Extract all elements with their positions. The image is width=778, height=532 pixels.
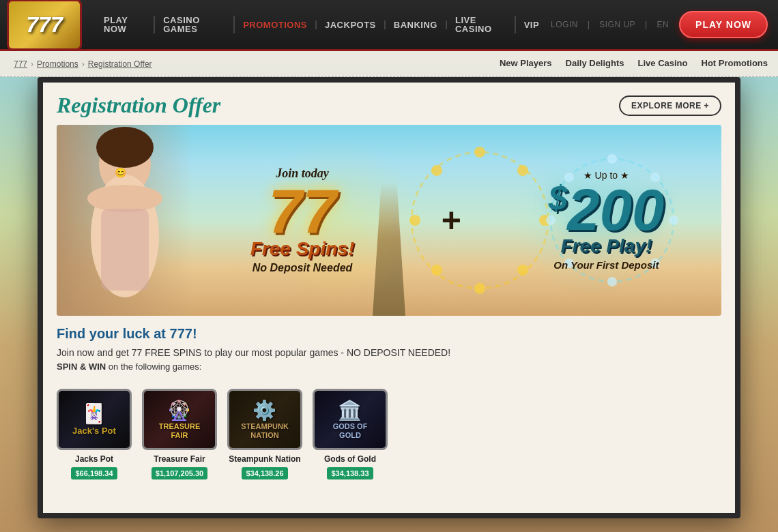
banner-number: 77 xyxy=(250,184,354,239)
promo-banner: 😊 xyxy=(57,125,721,316)
luck-desc-text: Join now and get 77 FREE SPINS to play o… xyxy=(57,347,450,358)
svg-point-7 xyxy=(474,147,485,158)
amount-text: $200 xyxy=(549,183,665,237)
main-nav: PLAY NOW CASINO GAMES PROMOTIONS JACKPOT… xyxy=(96,16,547,33)
first-deposit-text: On Your First Deposit xyxy=(549,259,665,271)
game-name-gods-gold: Gods of Gold xyxy=(313,454,388,464)
game-thumb-steampunk: ⚙️ STEAMPUNKNATION xyxy=(227,389,302,450)
tab-hot-promotions[interactable]: Hot Promotions xyxy=(702,55,768,73)
content-area: Registration Offer EXPLORE MORE + xyxy=(43,83,735,513)
svg-point-18 xyxy=(669,216,678,225)
game-thumb-inner-treasure-fair: 🎡 TREASUREFAIR xyxy=(156,396,204,443)
promo-title: Registration Offer xyxy=(57,93,220,118)
free-play-section: ★ Up to ★ $200 Free Play! On Your First … xyxy=(549,170,665,271)
svg-point-14 xyxy=(431,165,442,176)
game-card-steampunk[interactable]: ⚙️ STEAMPUNKNATION Steampunk Nation $34,… xyxy=(227,389,302,479)
woman-image: 😊 xyxy=(57,125,193,316)
free-spins-text: Free Spins! xyxy=(250,239,354,258)
game-thumb-inner-steampunk: ⚙️ STEAMPUNKNATION xyxy=(237,396,292,443)
breadcrumb-bar: 777 › Promotions › Registration Offer Ne… xyxy=(0,51,778,77)
luck-section: Find your luck at 777! Join now and get … xyxy=(43,316,735,389)
free-spins-section: Join today 77 Free Spins! No Deposit Nee… xyxy=(250,166,354,274)
promo-tabs: New Players Daily Delights Live Casino H… xyxy=(500,55,768,73)
tab-new-players[interactable]: New Players xyxy=(500,55,552,73)
game-name-steampunk: Steampunk Nation xyxy=(227,454,302,464)
luck-description: Join now and get 77 FREE SPINS to play o… xyxy=(57,347,721,358)
free-play-text: Free Play! xyxy=(549,237,665,256)
login-link[interactable]: LOGIN xyxy=(551,20,578,29)
svg-point-20 xyxy=(607,277,617,286)
nav-vip[interactable]: VIP xyxy=(516,20,547,29)
breadcrumb-sep1: › xyxy=(31,59,33,69)
stars-text: ★ Up to ★ xyxy=(549,170,665,181)
nav-promotions[interactable]: PROMOTIONS xyxy=(235,20,317,29)
breadcrumb-registration[interactable]: Registration Offer xyxy=(88,59,152,69)
breadcrumb-promotions[interactable]: Promotions xyxy=(37,59,78,69)
spin-win-strong: SPIN & WIN xyxy=(57,361,106,372)
header-right: LOGIN | SIGN UP | EN PLAY NOW xyxy=(547,11,768,38)
svg-point-11 xyxy=(474,283,485,294)
play-now-button[interactable]: PLAY NOW xyxy=(679,11,768,38)
spin-win-text: SPIN & WIN on the following games: xyxy=(57,361,721,372)
promo-section-header: Registration Offer EXPLORE MORE + xyxy=(43,83,735,125)
top-header: 777 PLAY NOW CASINO GAMES PROMOTIONS JAC… xyxy=(0,0,778,51)
svg-point-8 xyxy=(517,165,528,176)
games-grid: 🃏 Jack's Pot Jacks Pot $66,198.34 🎡 TREA… xyxy=(43,389,735,490)
no-deposit-text: No Deposit Needed xyxy=(250,262,354,274)
auth-links: LOGIN | SIGN UP | EN xyxy=(547,20,672,29)
breadcrumbs: 777 › Promotions › Registration Offer xyxy=(14,59,152,69)
amount-number: 200 xyxy=(567,177,664,242)
game-thumb-jacks-pot: 🃏 Jack's Pot xyxy=(57,389,132,450)
svg-point-12 xyxy=(431,265,442,276)
game-name-jacks-pot: Jacks Pot xyxy=(57,454,132,464)
nav-play-now[interactable]: PLAY NOW xyxy=(96,16,155,33)
banner-text: Join today 77 Free Spins! No Deposit Nee… xyxy=(193,125,721,316)
billboard-frame: Registration Offer EXPLORE MORE + xyxy=(38,77,740,518)
woman-svg: 😊 xyxy=(70,127,179,314)
nav-live-casino[interactable]: LIVE CASINO xyxy=(447,16,516,33)
tab-daily-delights[interactable]: Daily Delights xyxy=(566,55,624,73)
svg-text:😊: 😊 xyxy=(115,167,127,179)
dollar-sign: $ xyxy=(549,179,568,218)
tab-live-casino[interactable]: Live Casino xyxy=(638,55,688,73)
svg-point-1 xyxy=(96,127,154,168)
game-jackpot-gods-gold: $34,138.33 xyxy=(327,467,373,479)
nav-banking[interactable]: BANKING xyxy=(386,20,447,29)
game-card-gods-gold[interactable]: 🏛️ GODS OFGOLD Gods of Gold $34,138.33 xyxy=(313,389,388,479)
bulb-ring xyxy=(405,142,555,299)
svg-point-3 xyxy=(87,185,162,212)
game-jackpot-jacks-pot: $66,198.34 xyxy=(71,467,117,479)
game-thumb-inner-jacks-pot: 🃏 Jack's Pot xyxy=(69,399,119,439)
svg-point-10 xyxy=(517,265,528,276)
breadcrumb-777[interactable]: 777 xyxy=(14,59,27,69)
breadcrumb-sep2: › xyxy=(82,59,85,69)
auth-sep1: | xyxy=(588,20,590,29)
game-name-treasure-fair: Treasure Fair xyxy=(142,454,217,464)
logo[interactable]: 777 xyxy=(7,0,82,50)
game-jackpot-treasure-fair: $1,107,205.30 xyxy=(152,467,207,479)
lang-select[interactable]: EN xyxy=(657,20,669,29)
svg-rect-4 xyxy=(101,209,149,291)
game-jackpot-steampunk: $34,138.26 xyxy=(242,467,287,479)
nav-jackpots[interactable]: JACKPOTS xyxy=(317,20,386,29)
game-thumb-treasure-fair: 🎡 TREASUREFAIR xyxy=(142,389,217,450)
svg-point-16 xyxy=(607,154,617,164)
game-card-jacks-pot[interactable]: 🃏 Jack's Pot Jacks Pot $66,198.34 xyxy=(57,389,132,479)
nav-casino-games[interactable]: CASINO GAMES xyxy=(155,16,235,33)
auth-sep2: | xyxy=(645,20,648,29)
explore-more-button[interactable]: EXPLORE MORE + xyxy=(619,95,721,116)
game-thumb-gods-gold: 🏛️ GODS OFGOLD xyxy=(313,389,388,450)
spin-win-suffix: on the following games: xyxy=(106,361,201,372)
game-thumb-inner-gods-gold: 🏛️ GODS OFGOLD xyxy=(330,396,371,443)
game-card-treasure-fair[interactable]: 🎡 TREASUREFAIR Treasure Fair $1,107,205.… xyxy=(142,389,217,479)
svg-point-13 xyxy=(409,215,420,226)
luck-title: Find your luck at 777! xyxy=(57,326,721,342)
logo-text: 777 xyxy=(26,12,62,38)
signup-link[interactable]: SIGN UP xyxy=(599,20,635,29)
